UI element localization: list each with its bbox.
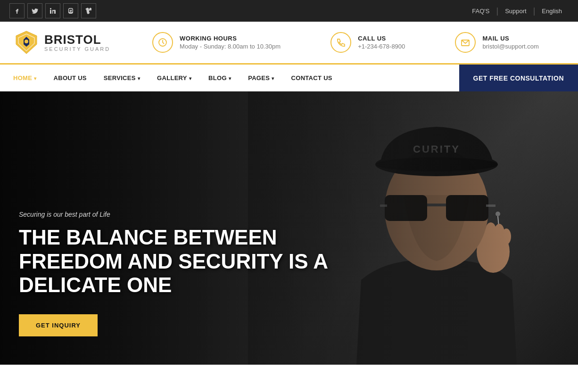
clock-icon (152, 32, 173, 53)
header-info: WORKING HOURS Moday - Sunday: 8.00am to … (127, 32, 564, 53)
get-inquiry-button[interactable]: GET INQUIRY (19, 314, 98, 336)
support-link[interactable]: Support (498, 8, 533, 15)
working-hours-text: WORKING HOURS Moday - Sunday: 8.00am to … (180, 35, 281, 50)
blog-chevron-icon: ▾ (229, 76, 231, 81)
logo-text: BRISTOL SECURITY GUARD (44, 33, 110, 52)
brand-name: BRISTOL (44, 33, 110, 47)
gallery-chevron-icon: ▾ (189, 76, 191, 81)
top-bar: FAQ'S | Support | English (0, 0, 578, 22)
phone-icon (330, 32, 351, 53)
nav-items: HOME ▾ ABOUT US SERVICES ▾ GALLERY ▾ BLO… (0, 65, 459, 91)
services-chevron-icon: ▾ (138, 76, 140, 81)
mail-icon (455, 32, 476, 53)
vimeo-icon[interactable] (81, 3, 96, 18)
top-right-links: FAQ'S | Support | English (465, 7, 569, 15)
logo-shield-icon (14, 30, 39, 55)
hero-title: THE BALANCE BETWEEN FREEDOM AND SECURITY… (19, 226, 377, 297)
language-link[interactable]: English (535, 8, 569, 15)
pages-chevron-icon: ▾ (272, 76, 274, 81)
hero-section: CURITY (0, 91, 578, 365)
nav-cta-button[interactable]: GET FREE CONSULTATION (459, 65, 578, 91)
call-us-info: CALL US +1-234-678-8900 (330, 32, 405, 53)
nav-item-gallery[interactable]: GALLERY ▾ (149, 65, 200, 91)
brand-sub: SECURITY GUARD (44, 46, 110, 52)
social-icons (9, 3, 96, 18)
working-hours-info: WORKING HOURS Moday - Sunday: 8.00am to … (152, 32, 281, 53)
svg-point-2 (25, 40, 28, 43)
nav-item-about[interactable]: ABOUT US (45, 65, 95, 91)
logo-area: BRISTOL SECURITY GUARD (14, 30, 127, 55)
hero-content: Securing is our best part of Life THE BA… (19, 211, 377, 336)
hero-subtitle: Securing is our best part of Life (19, 211, 377, 218)
nav-item-blog[interactable]: BLOG ▾ (200, 65, 239, 91)
mail-us-text: MAIL US bristol@support.com (482, 35, 538, 50)
nav-item-services[interactable]: SERVICES ▾ (95, 65, 149, 91)
nav-item-pages[interactable]: PAGES ▾ (239, 65, 282, 91)
nav-item-home[interactable]: HOME ▾ (5, 65, 45, 91)
twitter-icon[interactable] (27, 3, 42, 18)
mail-us-info: MAIL US bristol@support.com (455, 32, 538, 53)
linkedin-icon[interactable] (45, 3, 60, 18)
nav-item-contact[interactable]: CONTACT US (283, 65, 341, 91)
home-chevron-icon: ▾ (34, 76, 36, 81)
header: BRISTOL SECURITY GUARD WORKING HOURS Mod… (0, 22, 578, 63)
instagram-icon[interactable] (63, 3, 78, 18)
call-us-text: CALL US +1-234-678-8900 (358, 35, 405, 50)
faq-link[interactable]: FAQ'S (465, 8, 496, 15)
navbar: HOME ▾ ABOUT US SERVICES ▾ GALLERY ▾ BLO… (0, 63, 578, 91)
facebook-icon[interactable] (9, 3, 25, 18)
